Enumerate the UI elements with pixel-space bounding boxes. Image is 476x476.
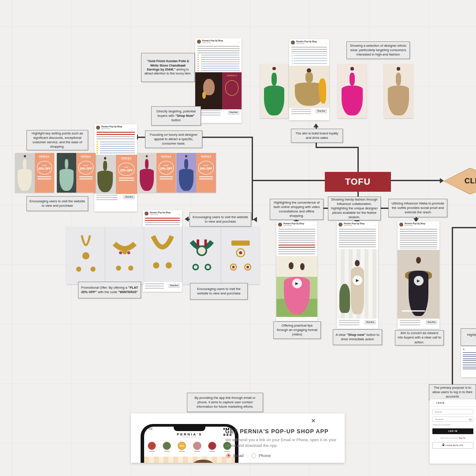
whiteboard-canvas: TOFU CLICK "Gold Finish Kundan Polki & W…	[0, 0, 476, 476]
fb-ad-header: Pernia's Pop-Up Shop Sponsored ...	[289, 39, 329, 46]
email-field-wrap	[432, 409, 473, 414]
ad-caption-offer	[97, 132, 135, 135]
model-torso	[103, 161, 107, 170]
ad-caption	[97, 136, 135, 141]
signup-row: Don't have an account? Sign Up	[430, 437, 476, 439]
email-option[interactable]: Email	[226, 453, 244, 458]
model-photo	[195, 72, 222, 109]
fb-video-ad-wedding: Pernia's Pop-Up Shop Sponsored ... ▶	[276, 221, 317, 321]
phone-screen: 4:30 PERNIA'S POP-UP SHOP SALE	[144, 427, 235, 463]
outfit	[351, 267, 364, 314]
story-avatar[interactable]	[208, 442, 216, 450]
fb-video-ad-black-outfit: Pernia's Pop-Up Shop Sponsored ... ▶ Sho…	[398, 221, 439, 329]
necklace-graphic	[147, 231, 178, 278]
ad-panel: PERNIA'S	[222, 72, 242, 109]
ad-check-list: ✓ ✓ ✓ ✓	[289, 55, 329, 65]
ad-footer: Shop Now	[400, 320, 437, 326]
note-text: Showing trendy fashion through influence…	[331, 197, 378, 220]
close-icon[interactable]: ×	[463, 348, 476, 351]
password-field[interactable]	[434, 418, 472, 421]
fb-ad-header: Pernia's Pop-Up Shop Sponsored ...	[94, 124, 137, 131]
more-icon[interactable]: ...	[435, 224, 438, 226]
video-thumbnail-black-outfit: ▶	[398, 250, 439, 319]
fb-ad-header: Pernia's Pop-Up Shop Sponsored ...	[398, 221, 439, 228]
more-icon[interactable]: ...	[133, 127, 135, 129]
note-text: "Shop now"	[346, 333, 365, 337]
login-otp-button[interactable]: LOGIN WITH OTP	[432, 442, 473, 449]
back-arrow-icon[interactable]: ←	[432, 402, 435, 404]
phone-notch	[174, 427, 205, 431]
story-avatar[interactable]	[148, 442, 156, 450]
connector	[390, 180, 443, 181]
more-icon[interactable]: ...	[238, 41, 240, 43]
plant	[339, 284, 350, 313]
shop-now-button[interactable]: Shop Now	[123, 195, 135, 199]
note-showing-selection: Showing a selection of designer ethnic w…	[346, 41, 410, 59]
signup-link[interactable]: Sign Up	[459, 437, 465, 439]
play-button[interactable]: ▶	[353, 275, 362, 285]
model-torso	[271, 73, 277, 86]
more-icon[interactable]: ...	[313, 224, 316, 226]
check-icon: ✓	[291, 60, 293, 62]
play-button[interactable]: ▶	[414, 276, 424, 286]
more-icon[interactable]: ...	[178, 213, 180, 215]
login-button[interactable]: LOG IN	[432, 428, 473, 434]
show-password-eye-icon[interactable]	[469, 419, 472, 420]
more-icon[interactable]: ...	[374, 224, 376, 226]
play-button[interactable]: ▶	[292, 279, 302, 288]
phone-radio[interactable]	[252, 454, 256, 458]
modal-close-icon[interactable]: ×	[311, 417, 316, 424]
ad-caption	[291, 47, 327, 54]
click-node[interactable]: CLICK	[443, 168, 476, 194]
tofu-node[interactable]: TOFU	[325, 172, 391, 192]
click-node-label: CLICK	[456, 168, 476, 194]
story-avatar[interactable]	[193, 442, 201, 450]
email-field[interactable]	[434, 410, 472, 413]
model-photo	[94, 155, 116, 194]
shop-now-button[interactable]: Shop Now	[316, 109, 327, 113]
shop-now-button[interactable]: Shop Now	[168, 284, 180, 288]
ad-caption	[339, 229, 376, 248]
note-showing-trendy: Showing trendy fashion through influence…	[328, 197, 381, 220]
model-head	[350, 67, 353, 70]
check-icon: ✓	[291, 57, 293, 60]
shop-now-button[interactable]: Shop Now	[426, 320, 437, 324]
avatar	[96, 126, 100, 130]
model-torso	[305, 72, 312, 82]
phone-option[interactable]: Phone	[252, 453, 271, 458]
ad-footer: Shop Now	[339, 320, 376, 326]
story-sale-badge[interactable]: SALE	[178, 442, 186, 450]
ad-caption	[279, 249, 315, 255]
subbrand-text: POP-UP SHOP	[196, 157, 216, 159]
note-encouraging-bottom: Encouraging users to visit the website t…	[190, 283, 248, 300]
note-directly-targeting: Directly targeting, potential buyers wit…	[151, 106, 201, 126]
avatar	[399, 223, 403, 227]
flat-text: FLAT	[124, 167, 129, 168]
connector	[357, 147, 359, 173]
fb-ad-sponsored: Sponsored	[283, 225, 304, 227]
banner-model	[188, 460, 219, 463]
forgot-password-link[interactable]: Forgot your password?	[433, 424, 473, 426]
signup-text: Don't have an account?	[440, 437, 459, 439]
story-avatar[interactable]	[163, 442, 171, 450]
model-head	[104, 157, 106, 159]
cutoff-panel: ×	[461, 346, 476, 377]
note-text: The aim is build brand loyalty and drive…	[294, 131, 340, 140]
note-clear-shop-now: A clear "Shop now" button to drive immed…	[333, 329, 382, 345]
check-icon: ✓	[291, 55, 293, 57]
note-text: A clear	[335, 333, 346, 337]
video-thumbnail-influencer: ▶	[337, 249, 378, 319]
shop-now-button[interactable]: Shop Now	[228, 111, 239, 115]
model-head	[397, 67, 400, 70]
shop-now-button[interactable]: Shop Now	[364, 320, 376, 324]
fb-ad-sponsored: Sponsored	[405, 225, 425, 227]
fb-ad-gold-lehenga: Pernia's Pop-Up Shop Sponsored ... ✓ ✓ ✓…	[289, 39, 329, 120]
ad-image-green-lehenga	[260, 64, 288, 118]
email-radio[interactable]	[226, 454, 231, 458]
more-icon[interactable]: ...	[325, 42, 327, 44]
note-highlight-loyalty: Highlighting loyalty points	[461, 328, 476, 346]
necklace-graphic	[71, 231, 101, 280]
get-app-modal: × 4:30 PERNIA'S POP-UP SHOP SALE	[131, 413, 345, 463]
flat-text: FLAT	[84, 165, 88, 167]
note-text: "Shop Now"	[175, 114, 195, 118]
